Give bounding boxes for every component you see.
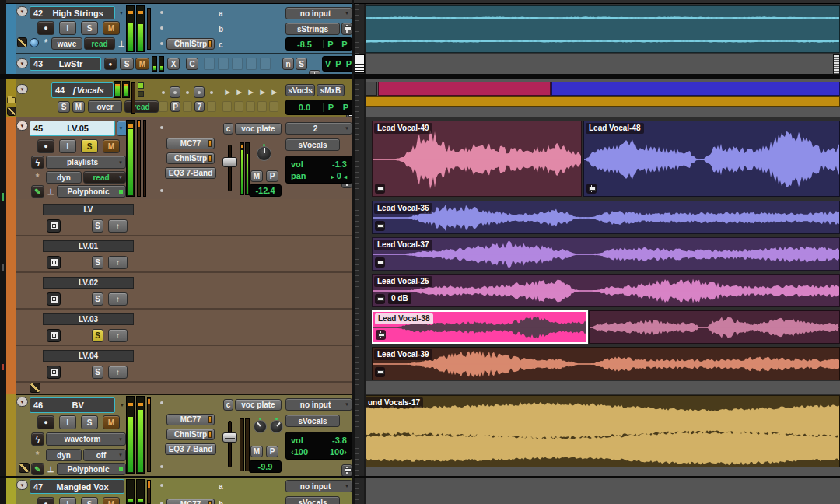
mute-button[interactable]: M: [103, 497, 120, 504]
clip-background-vocals-17[interactable]: und Vocals-17: [366, 395, 840, 467]
clip-gain-fader-icon[interactable]: [375, 294, 385, 304]
lane-name-lv02[interactable]: LV.02: [43, 277, 134, 289]
insert-mc77[interactable]: MC77: [166, 138, 215, 149]
send-arrow-icon[interactable]: ▶: [257, 86, 268, 97]
track-color-bar-47[interactable]: [6, 478, 16, 504]
vol-pan-indicator[interactable]: vol -1.3 pan ▸ 0 ◂: [285, 156, 352, 184]
solo-button[interactable]: S: [81, 21, 98, 35]
send-slot-b[interactable]: b: [219, 500, 223, 504]
track-name-42[interactable]: 42 High Strings: [30, 6, 115, 19]
insert-slot-dot[interactable]: [160, 189, 163, 192]
insert-chnlstrp[interactable]: ChnlStrp: [166, 429, 215, 440]
send-pan-knob[interactable]: [257, 146, 271, 161]
mute-button[interactable]: M: [103, 139, 120, 153]
send-mute-button[interactable]: M: [250, 170, 263, 182]
scrollbar-thumb[interactable]: [833, 54, 840, 75]
automation-mode-selector[interactable]: off▼: [83, 449, 126, 461]
volume-indicator[interactable]: -8.5 P P: [285, 37, 352, 51]
freeze-icon-button[interactable]: ϟ: [31, 156, 44, 169]
send-fader-track[interactable]: [228, 421, 232, 467]
elastic-audio-icon[interactable]: *: [33, 450, 42, 460]
disclosure-triangle-42[interactable]: ▼: [16, 6, 28, 16]
automation-mode-selector[interactable]: read: [84, 37, 115, 50]
voice-selector[interactable]: Polyphonic: [57, 185, 126, 198]
clip-lead-vocal-38-selected[interactable]: Lead Vocal-38: [372, 310, 588, 344]
narrow-button[interactable]: n: [282, 58, 294, 70]
record-enable-button[interactable]: ●: [37, 497, 54, 504]
clip-lead-vocal-38-tail[interactable]: [589, 310, 840, 344]
input-monitor-button[interactable]: I: [59, 139, 76, 153]
lane-solo-button-active[interactable]: S: [92, 329, 103, 342]
x-button[interactable]: X: [167, 58, 180, 70]
lane-target-button[interactable]: [47, 219, 61, 233]
send-mute-button[interactable]: M: [250, 446, 263, 457]
folder-clip-blue[interactable]: [551, 82, 840, 96]
track-name-43[interactable]: 43 LwStr: [30, 57, 101, 71]
lane-target-button[interactable]: [47, 329, 61, 342]
send-pre-button[interactable]: P: [266, 446, 278, 457]
insert-slot-dot[interactable]: [160, 484, 163, 487]
insert-mc77[interactable]: MC77: [166, 414, 215, 425]
insert-slot-dot[interactable]: [160, 42, 163, 45]
input-monitor-button[interactable]: I: [59, 497, 76, 504]
track-name-45[interactable]: 45 LV.05: [30, 121, 115, 136]
clip-gain-fader-icon[interactable]: [375, 367, 385, 377]
clip-lead-vocal-37[interactable]: Lead Vocal-37: [372, 237, 840, 271]
lane-name-lv[interactable]: LV: [43, 204, 134, 215]
send-pre-button[interactable]: P: [266, 170, 278, 182]
disclosure-triangle-47[interactable]: ▼: [16, 480, 28, 490]
send-slot-c[interactable]: c: [219, 40, 223, 49]
mute-button[interactable]: M: [72, 101, 85, 113]
send-slot-b[interactable]: b: [219, 25, 223, 33]
lane-promote-button[interactable]: ↑: [108, 329, 128, 342]
clip-gain-fader-icon[interactable]: [586, 184, 597, 194]
track-view-selector[interactable]: waveform▼: [46, 432, 126, 446]
output-selector[interactable]: sStrings: [285, 23, 340, 35]
record-enable-button[interactable]: ●: [37, 139, 54, 153]
voice-selector[interactable]: Polyphonic: [57, 463, 126, 475]
clip-lead-vocal-36[interactable]: Lead Vocal-36: [372, 201, 840, 234]
insert-slot-button[interactable]: [170, 86, 180, 98]
clip-lead-vocal-25[interactable]: Lead Vocal-25 0 dB: [372, 274, 840, 307]
lane-promote-button[interactable]: ↑: [108, 219, 128, 233]
track-view-selector[interactable]: playlists▼: [46, 156, 126, 169]
send-fader-handle[interactable]: [222, 157, 237, 167]
record-enable-button[interactable]: ●: [37, 415, 54, 429]
folder-clip-stub[interactable]: [366, 82, 377, 96]
clip-gain-fader-icon[interactable]: [375, 221, 385, 231]
insert-slot-dot[interactable]: [160, 401, 163, 404]
send-fader-track[interactable]: [228, 145, 232, 191]
clip-lead-vocal-49[interactable]: Lead Vocal-49: [372, 121, 582, 197]
insert-eq3[interactable]: EQ3 7-Band: [165, 443, 216, 455]
send-pan-knob-left[interactable]: [254, 420, 267, 433]
track-name-47[interactable]: 47 Mangled Vox: [30, 479, 124, 494]
send-arrow-icon[interactable]: ▶: [246, 86, 256, 97]
send-slot-c[interactable]: c: [223, 123, 233, 135]
lane-target-button[interactable]: [47, 256, 61, 269]
solo-button-active[interactable]: S: [81, 139, 98, 153]
input-selector[interactable]: no input▼: [285, 480, 352, 492]
clip-lead-vocal-48[interactable]: Lead Vocal-48: [583, 121, 840, 197]
folder-clip-gold[interactable]: [366, 96, 840, 107]
track-color-bar-46[interactable]: [6, 394, 16, 476]
disclosure-triangle-46[interactable]: ▼: [16, 397, 28, 407]
solo-button[interactable]: S: [120, 58, 134, 70]
solo-button[interactable]: S: [81, 415, 98, 429]
input-selector[interactable]: no input▼: [285, 398, 352, 411]
track-height-icon[interactable]: ⊥: [46, 463, 55, 475]
insert-slot-dot[interactable]: [210, 91, 213, 94]
insert-slot-dot[interactable]: [160, 465, 163, 468]
clip-gain-fader-icon[interactable]: [376, 330, 386, 340]
clip-gain-fader-icon[interactable]: [375, 184, 385, 194]
disclosure-triangle-43[interactable]: ▼: [16, 58, 28, 68]
send-pan-knob-right[interactable]: [270, 420, 283, 433]
insert-slot-dot[interactable]: [162, 91, 165, 94]
insert-slot-dot[interactable]: [160, 26, 163, 30]
vol-pan-indicator[interactable]: vol -3.8 ‹100 100›: [285, 432, 352, 460]
dyn-selector[interactable]: dyn: [46, 171, 82, 184]
clip-high-strings[interactable]: [366, 5, 840, 53]
lane-solo-button[interactable]: S: [92, 256, 103, 269]
timebase-icon[interactable]: [30, 38, 39, 47]
solo-button[interactable]: S: [81, 497, 98, 504]
lane-target-button[interactable]: [47, 366, 61, 379]
